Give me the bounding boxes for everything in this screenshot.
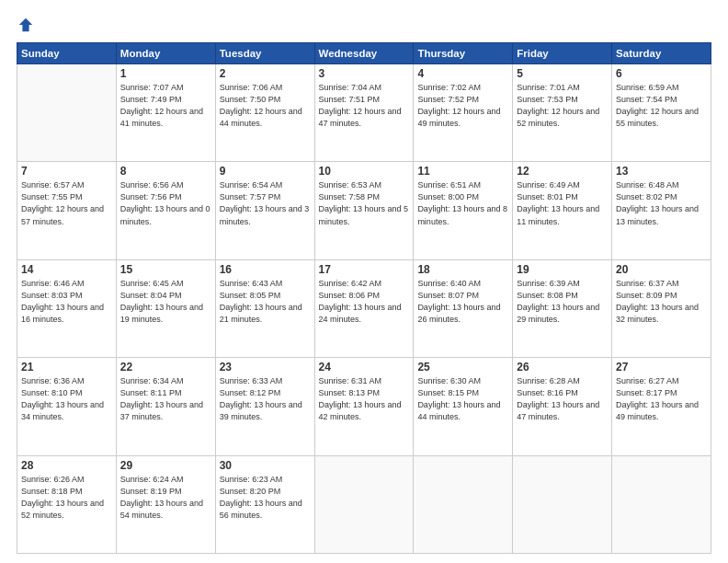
day-info: Sunrise: 7:06 AMSunset: 7:50 PMDaylight:… bbox=[220, 82, 311, 130]
calendar-cell: 21Sunrise: 6:36 AMSunset: 8:10 PMDayligh… bbox=[17, 358, 117, 455]
calendar-cell: 13Sunrise: 6:48 AMSunset: 8:02 PMDayligh… bbox=[612, 162, 711, 259]
day-number: 28 bbox=[21, 459, 112, 472]
calendar-cell bbox=[414, 455, 513, 553]
calendar-header-sunday: Sunday bbox=[17, 43, 117, 64]
calendar-cell: 10Sunrise: 6:53 AMSunset: 7:58 PMDayligh… bbox=[314, 162, 414, 259]
day-info: Sunrise: 6:34 AMSunset: 8:11 PMDaylight:… bbox=[120, 375, 211, 423]
day-number: 18 bbox=[417, 263, 508, 276]
calendar-cell: 7Sunrise: 6:57 AMSunset: 7:55 PMDaylight… bbox=[17, 162, 117, 259]
day-info: Sunrise: 6:37 AMSunset: 8:09 PMDaylight:… bbox=[616, 278, 707, 326]
day-number: 25 bbox=[417, 361, 508, 373]
day-info: Sunrise: 6:31 AMSunset: 8:13 PMDaylight:… bbox=[319, 375, 410, 423]
day-info: Sunrise: 7:02 AMSunset: 7:52 PMDaylight:… bbox=[417, 82, 508, 130]
day-info: Sunrise: 6:53 AMSunset: 7:58 PMDaylight:… bbox=[319, 179, 410, 227]
day-info: Sunrise: 6:40 AMSunset: 8:07 PMDaylight:… bbox=[417, 278, 508, 326]
header bbox=[17, 17, 711, 33]
calendar-cell: 11Sunrise: 6:51 AMSunset: 8:00 PMDayligh… bbox=[414, 162, 513, 259]
day-info: Sunrise: 6:59 AMSunset: 7:54 PMDaylight:… bbox=[616, 82, 707, 130]
calendar-cell: 25Sunrise: 6:30 AMSunset: 8:15 PMDayligh… bbox=[414, 358, 513, 455]
calendar-cell: 16Sunrise: 6:43 AMSunset: 8:05 PMDayligh… bbox=[215, 259, 314, 357]
day-number: 26 bbox=[517, 361, 608, 373]
day-info: Sunrise: 6:33 AMSunset: 8:12 PMDaylight:… bbox=[220, 375, 311, 423]
calendar-header-tuesday: Tuesday bbox=[215, 43, 314, 64]
day-info: Sunrise: 6:27 AMSunset: 8:17 PMDaylight:… bbox=[616, 375, 707, 423]
day-info: Sunrise: 6:51 AMSunset: 8:00 PMDaylight:… bbox=[417, 179, 508, 227]
calendar-header-saturday: Saturday bbox=[612, 43, 711, 64]
day-number: 24 bbox=[319, 361, 410, 373]
day-info: Sunrise: 6:43 AMSunset: 8:05 PMDaylight:… bbox=[220, 278, 311, 326]
day-number: 1 bbox=[120, 67, 211, 80]
calendar-cell: 19Sunrise: 6:39 AMSunset: 8:08 PMDayligh… bbox=[513, 259, 612, 357]
day-info: Sunrise: 6:45 AMSunset: 8:04 PMDaylight:… bbox=[120, 278, 211, 326]
logo-icon bbox=[17, 17, 34, 33]
calendar-week-row: 7Sunrise: 6:57 AMSunset: 7:55 PMDaylight… bbox=[17, 162, 711, 259]
day-number: 30 bbox=[220, 459, 311, 472]
day-info: Sunrise: 6:49 AMSunset: 8:01 PMDaylight:… bbox=[517, 179, 608, 227]
day-info: Sunrise: 6:39 AMSunset: 8:08 PMDaylight:… bbox=[517, 278, 608, 326]
calendar-cell bbox=[17, 64, 117, 162]
calendar-cell: 20Sunrise: 6:37 AMSunset: 8:09 PMDayligh… bbox=[612, 259, 711, 357]
day-number: 21 bbox=[21, 361, 112, 373]
calendar-header-friday: Friday bbox=[513, 43, 612, 64]
day-number: 29 bbox=[120, 459, 211, 472]
day-info: Sunrise: 6:23 AMSunset: 8:20 PMDaylight:… bbox=[220, 474, 311, 522]
day-info: Sunrise: 6:42 AMSunset: 8:06 PMDaylight:… bbox=[319, 278, 410, 326]
logo bbox=[17, 17, 34, 33]
day-number: 17 bbox=[319, 263, 410, 276]
day-number: 13 bbox=[616, 165, 707, 178]
calendar-cell: 1Sunrise: 7:07 AMSunset: 7:49 PMDaylight… bbox=[116, 64, 215, 162]
day-number: 15 bbox=[120, 263, 211, 276]
day-number: 6 bbox=[616, 67, 707, 80]
day-info: Sunrise: 7:07 AMSunset: 7:49 PMDaylight:… bbox=[120, 82, 211, 130]
day-number: 5 bbox=[517, 67, 608, 80]
calendar-cell: 3Sunrise: 7:04 AMSunset: 7:51 PMDaylight… bbox=[314, 64, 414, 162]
day-number: 8 bbox=[120, 165, 211, 178]
day-number: 2 bbox=[220, 67, 311, 80]
calendar-cell: 14Sunrise: 6:46 AMSunset: 8:03 PMDayligh… bbox=[17, 259, 117, 357]
calendar-cell: 5Sunrise: 7:01 AMSunset: 7:53 PMDaylight… bbox=[513, 64, 612, 162]
page: SundayMondayTuesdayWednesdayThursdayFrid… bbox=[0, 0, 728, 563]
day-number: 9 bbox=[220, 165, 311, 178]
calendar-cell: 12Sunrise: 6:49 AMSunset: 8:01 PMDayligh… bbox=[513, 162, 612, 259]
day-number: 11 bbox=[417, 165, 508, 178]
calendar-cell: 9Sunrise: 6:54 AMSunset: 7:57 PMDaylight… bbox=[215, 162, 314, 259]
calendar-cell: 2Sunrise: 7:06 AMSunset: 7:50 PMDaylight… bbox=[215, 64, 314, 162]
calendar-cell: 18Sunrise: 6:40 AMSunset: 8:07 PMDayligh… bbox=[414, 259, 513, 357]
day-number: 14 bbox=[21, 263, 112, 276]
calendar-cell: 24Sunrise: 6:31 AMSunset: 8:13 PMDayligh… bbox=[314, 358, 414, 455]
calendar-cell: 8Sunrise: 6:56 AMSunset: 7:56 PMDaylight… bbox=[116, 162, 215, 259]
calendar-header-thursday: Thursday bbox=[414, 43, 513, 64]
day-number: 16 bbox=[220, 263, 311, 276]
svg-marker-0 bbox=[19, 18, 32, 31]
calendar-cell: 28Sunrise: 6:26 AMSunset: 8:18 PMDayligh… bbox=[17, 455, 117, 553]
day-info: Sunrise: 6:26 AMSunset: 8:18 PMDaylight:… bbox=[21, 474, 112, 522]
day-info: Sunrise: 6:30 AMSunset: 8:15 PMDaylight:… bbox=[417, 375, 508, 423]
calendar-week-row: 28Sunrise: 6:26 AMSunset: 8:18 PMDayligh… bbox=[17, 455, 711, 553]
calendar-header-monday: Monday bbox=[116, 43, 215, 64]
day-info: Sunrise: 6:54 AMSunset: 7:57 PMDaylight:… bbox=[220, 179, 311, 227]
calendar-header-wednesday: Wednesday bbox=[314, 43, 414, 64]
calendar-cell: 6Sunrise: 6:59 AMSunset: 7:54 PMDaylight… bbox=[612, 64, 711, 162]
calendar-cell bbox=[513, 455, 612, 553]
calendar-week-row: 1Sunrise: 7:07 AMSunset: 7:49 PMDaylight… bbox=[17, 64, 711, 162]
day-number: 27 bbox=[616, 361, 707, 373]
day-info: Sunrise: 6:24 AMSunset: 8:19 PMDaylight:… bbox=[120, 474, 211, 522]
day-number: 23 bbox=[220, 361, 311, 373]
day-info: Sunrise: 6:28 AMSunset: 8:16 PMDaylight:… bbox=[517, 375, 608, 423]
calendar-cell bbox=[612, 455, 711, 553]
day-number: 10 bbox=[319, 165, 410, 178]
day-number: 4 bbox=[417, 67, 508, 80]
calendar-cell bbox=[314, 455, 414, 553]
calendar-week-row: 14Sunrise: 6:46 AMSunset: 8:03 PMDayligh… bbox=[17, 259, 711, 357]
day-info: Sunrise: 6:48 AMSunset: 8:02 PMDaylight:… bbox=[616, 179, 707, 227]
calendar-cell: 17Sunrise: 6:42 AMSunset: 8:06 PMDayligh… bbox=[314, 259, 414, 357]
calendar-table: SundayMondayTuesdayWednesdayThursdayFrid… bbox=[17, 42, 711, 554]
calendar-header-row: SundayMondayTuesdayWednesdayThursdayFrid… bbox=[17, 43, 711, 64]
day-number: 20 bbox=[616, 263, 707, 276]
calendar-cell: 26Sunrise: 6:28 AMSunset: 8:16 PMDayligh… bbox=[513, 358, 612, 455]
day-info: Sunrise: 7:01 AMSunset: 7:53 PMDaylight:… bbox=[517, 82, 608, 130]
calendar-cell: 15Sunrise: 6:45 AMSunset: 8:04 PMDayligh… bbox=[116, 259, 215, 357]
calendar-week-row: 21Sunrise: 6:36 AMSunset: 8:10 PMDayligh… bbox=[17, 358, 711, 455]
day-info: Sunrise: 7:04 AMSunset: 7:51 PMDaylight:… bbox=[319, 82, 410, 130]
calendar-cell: 4Sunrise: 7:02 AMSunset: 7:52 PMDaylight… bbox=[414, 64, 513, 162]
